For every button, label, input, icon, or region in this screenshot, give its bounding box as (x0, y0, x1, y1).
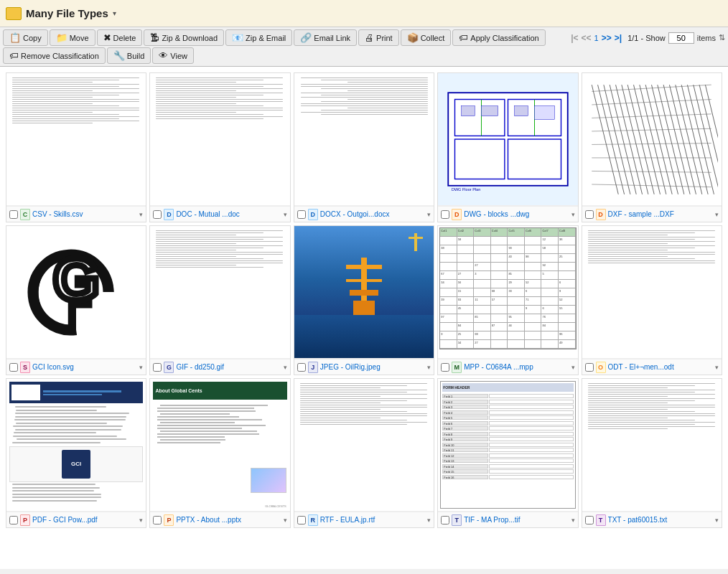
file-name-jpeg[interactable]: JPEG - OilRig.jpeg (320, 363, 425, 371)
file-dropdown-docx[interactable]: ▾ (427, 211, 431, 218)
file-preview-csv[interactable] (6, 73, 146, 206)
file-name-tif[interactable]: TIF - MA Prop...tif (464, 516, 569, 524)
file-checkbox-pptx[interactable] (153, 516, 162, 524)
file-checkbox-doc[interactable] (153, 210, 162, 219)
file-footer-jpeg: JJPEG - OilRig.jpeg▾ (294, 359, 434, 375)
file-footer-doc: DDOC - Mutual ...doc▾ (150, 206, 289, 222)
file-item-docx: DDOCX - Outgoi...docx▾ (294, 72, 434, 222)
file-preview-dxf[interactable] (582, 73, 722, 206)
file-checkbox-csv[interactable] (9, 210, 18, 219)
file-preview-mpp[interactable]: Col1 Col2 Col3 Col4 Col5 (438, 226, 577, 359)
file-type-icon-pptx: P (164, 514, 174, 526)
file-name-gif[interactable]: GIF - dd250.gif (176, 363, 281, 371)
file-dropdown-odt[interactable]: ▾ (715, 364, 719, 371)
file-checkbox-pdf[interactable] (9, 516, 18, 524)
file-checkbox-rtf[interactable] (297, 516, 306, 524)
file-dropdown-txt[interactable]: ▾ (715, 517, 719, 524)
file-name-csv[interactable]: CSV - Skills.csv (32, 210, 137, 218)
current-page: 1 (594, 34, 599, 42)
file-checkbox-mpp[interactable] (441, 363, 449, 372)
file-checkbox-dwg[interactable] (441, 210, 449, 219)
file-dropdown-pdf[interactable]: ▾ (139, 517, 143, 524)
file-checkbox-gif[interactable] (153, 363, 162, 372)
file-dropdown-mpp[interactable]: ▾ (571, 364, 575, 371)
file-name-rtf[interactable]: RTF - EULA.jp.rtf (320, 516, 425, 524)
file-name-txt[interactable]: TXT - pat60015.txt (608, 516, 713, 524)
file-name-mpp[interactable]: MPP - C0684A ...mpp (464, 363, 569, 371)
svg-line-13 (598, 85, 625, 194)
file-item-txt: TTXT - pat60015.txt▾ (582, 378, 722, 528)
file-dropdown-dxf[interactable]: ▾ (715, 211, 719, 218)
build-button[interactable]: 🔧 Build (107, 47, 151, 64)
svg-line-26 (676, 85, 702, 194)
file-name-dwg[interactable]: DWG - blocks ...dwg (464, 210, 569, 218)
file-preview-tif[interactable]: FORM HEADER Field 1 Field 2 Field 3 (438, 379, 577, 512)
file-checkbox-jpeg[interactable] (297, 363, 306, 372)
first-page-button[interactable]: |< (571, 33, 578, 43)
file-checkbox-odt[interactable] (585, 363, 594, 372)
file-name-pdf[interactable]: PDF - GCI Pow...pdf (32, 516, 137, 524)
file-preview-jpeg[interactable] (294, 226, 434, 359)
file-dropdown-rtf[interactable]: ▾ (427, 517, 431, 524)
file-preview-gif[interactable] (150, 226, 289, 359)
zip-download-button[interactable]: 🗜 Zip & Download (144, 29, 224, 46)
file-checkbox-dxf[interactable] (585, 210, 594, 219)
next-page-button[interactable]: >> (602, 33, 612, 43)
file-checkbox-txt[interactable] (585, 516, 594, 524)
file-name-odt[interactable]: ODT - El+¬men...odt (608, 363, 713, 371)
file-preview-rtf[interactable] (294, 379, 434, 512)
delete-button[interactable]: ✖ Delete (97, 29, 143, 46)
items-label: items (697, 34, 716, 42)
file-preview-docx[interactable] (294, 73, 434, 206)
title-bar: Many File Types ▾ (0, 0, 728, 27)
move-button[interactable]: 📁 Move (50, 29, 95, 46)
svg-line-19 (634, 85, 661, 194)
per-page-input[interactable] (668, 32, 694, 44)
view-button[interactable]: 👁 View (152, 47, 194, 64)
pagination: |< << 1 >> >| 1/1 - Show items ⇅ (571, 32, 725, 44)
file-checkbox-docx[interactable] (297, 210, 306, 219)
file-preview-txt[interactable] (582, 379, 722, 512)
copy-button[interactable]: 📋 Copy (3, 29, 48, 46)
prev-page-button[interactable]: << (582, 33, 592, 43)
file-name-pptx[interactable]: PPTX - About ...pptx (176, 516, 281, 524)
file-dropdown-csv[interactable]: ▾ (139, 211, 143, 218)
remove-classification-button[interactable]: 🏷 Remove Classification (3, 47, 106, 64)
zip-email-button[interactable]: 📧 Zip & Email (225, 29, 292, 46)
file-preview-doc[interactable] (150, 73, 289, 206)
file-dropdown-svg[interactable]: ▾ (139, 364, 143, 371)
file-footer-tif: TTIF - MA Prop...tif▾ (438, 512, 577, 527)
file-checkbox-tif[interactable] (441, 516, 449, 524)
file-footer-dxf: DDXF - sample ...DXF▾ (582, 206, 722, 222)
file-dropdown-gif[interactable]: ▾ (284, 364, 287, 371)
print-icon: 🖨 (365, 32, 374, 43)
file-name-dxf[interactable]: DXF - sample ...DXF (608, 210, 713, 218)
file-dropdown-jpeg[interactable]: ▾ (427, 364, 431, 371)
svg-line-30 (699, 85, 718, 194)
print-label: Print (376, 34, 393, 42)
file-name-docx[interactable]: DOCX - Outgoi...docx (320, 210, 425, 218)
email-link-button[interactable]: 🔗 Email Link (294, 29, 357, 46)
file-checkbox-svg[interactable] (9, 363, 18, 372)
file-preview-dwg[interactable]: DWG Floor Plan (438, 73, 577, 206)
file-name-doc[interactable]: DOC - Mutual ...doc (176, 210, 281, 218)
svg-rect-7 (462, 106, 475, 116)
file-type-icon-jpeg: J (308, 362, 318, 373)
collect-button[interactable]: 📦 Collect (401, 29, 452, 46)
apply-classification-button[interactable]: 🏷 Apply Classification (452, 29, 545, 46)
title-dropdown-icon[interactable]: ▾ (113, 9, 116, 17)
email-link-icon: 🔗 (300, 32, 312, 43)
file-dropdown-doc[interactable]: ▾ (284, 211, 287, 218)
file-dropdown-dwg[interactable]: ▾ (571, 211, 575, 218)
file-dropdown-tif[interactable]: ▾ (571, 517, 575, 524)
file-preview-svg[interactable]: G (6, 226, 146, 359)
print-button[interactable]: 🖨 Print (358, 29, 399, 46)
file-preview-pdf[interactable]: GCI (6, 379, 146, 512)
sort-icon[interactable]: ⇅ (719, 33, 725, 42)
file-footer-docx: DDOCX - Outgoi...docx▾ (294, 206, 434, 222)
last-page-button[interactable]: >| (615, 33, 622, 43)
file-dropdown-pptx[interactable]: ▾ (284, 517, 287, 524)
file-preview-odt[interactable] (582, 226, 722, 359)
file-name-svg[interactable]: GCI Icon.svg (32, 363, 137, 371)
file-preview-pptx[interactable]: About Global Cents GLOBALCENTS (150, 379, 289, 512)
